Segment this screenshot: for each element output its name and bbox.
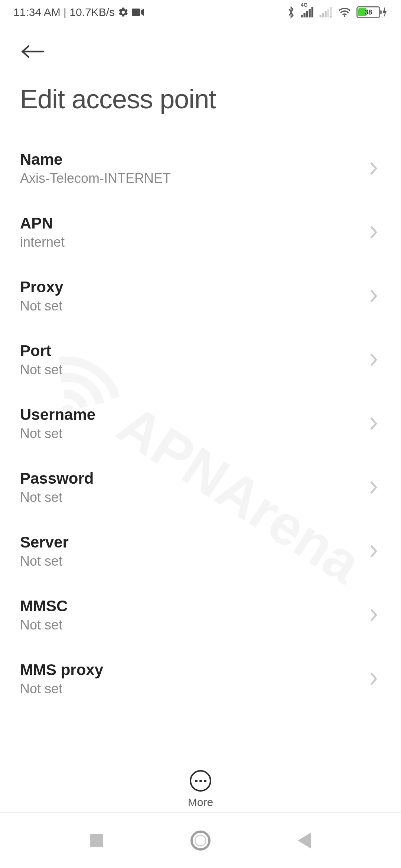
status-bar: 11:34 AM | 10.7KB/s 4G x 38 bbox=[0, 0, 401, 24]
chevron-right-icon bbox=[368, 415, 379, 432]
arrow-left-icon bbox=[20, 44, 45, 59]
chevron-right-icon bbox=[368, 607, 379, 623]
back-button[interactable] bbox=[20, 39, 45, 64]
chevron-right-icon bbox=[368, 288, 379, 304]
android-nav-bar bbox=[0, 812, 401, 868]
network-type-text: 4G bbox=[301, 2, 308, 8]
svg-rect-3 bbox=[306, 11, 308, 18]
setting-item-port[interactable]: Port Not set bbox=[20, 328, 381, 392]
status-left: 11:34 AM | 10.7KB/s bbox=[13, 6, 144, 19]
setting-item-apn[interactable]: APN internet bbox=[20, 200, 381, 264]
battery-icon: 38 bbox=[356, 6, 388, 18]
status-time: 11:34 AM | 10.7KB/s bbox=[13, 6, 115, 19]
setting-value: Axis-Telecom-INTERNET bbox=[20, 171, 171, 186]
battery-percent-text: 38 bbox=[358, 7, 379, 17]
setting-value: Not set bbox=[20, 617, 68, 633]
setting-item-proxy[interactable]: Proxy Not set bbox=[20, 264, 381, 328]
chevron-right-icon bbox=[368, 479, 379, 496]
setting-value: Not set bbox=[20, 298, 63, 314]
chevron-right-icon bbox=[368, 160, 379, 177]
setting-item-name[interactable]: Name Axis-Telecom-INTERNET bbox=[20, 137, 381, 200]
chevron-right-icon bbox=[368, 671, 379, 687]
chevron-right-icon bbox=[368, 352, 379, 368]
setting-item-mms-proxy[interactable]: MMS proxy Not set bbox=[20, 647, 381, 711]
signal-no-sim-icon: x bbox=[319, 7, 333, 17]
setting-label: Name bbox=[20, 151, 171, 168]
setting-label: Password bbox=[20, 470, 94, 487]
setting-label: APN bbox=[20, 214, 65, 232]
setting-label: MMSC bbox=[20, 597, 68, 615]
setting-value: Not set bbox=[20, 362, 62, 378]
page-title: Edit access point bbox=[0, 68, 401, 137]
setting-value: Not set bbox=[20, 553, 69, 569]
setting-label: Server bbox=[20, 533, 69, 551]
wifi-icon bbox=[338, 7, 351, 17]
more-action[interactable]: More bbox=[0, 763, 401, 809]
setting-item-password[interactable]: Password Not set bbox=[20, 456, 381, 519]
svg-rect-8 bbox=[325, 11, 327, 18]
gear-icon bbox=[118, 7, 129, 18]
header-back-area bbox=[0, 24, 401, 68]
nav-back-button[interactable] bbox=[293, 829, 316, 852]
setting-label: Proxy bbox=[20, 278, 63, 296]
data-rate-text: 10.7KB/s bbox=[69, 6, 115, 18]
svg-rect-5 bbox=[312, 7, 313, 17]
status-right: 4G x 38 bbox=[287, 6, 388, 19]
bluetooth-icon bbox=[287, 6, 296, 19]
setting-label: MMS proxy bbox=[20, 661, 103, 679]
square-icon bbox=[90, 834, 103, 847]
svg-rect-4 bbox=[309, 9, 311, 17]
setting-label: Username bbox=[20, 406, 95, 424]
svg-text:x: x bbox=[329, 14, 332, 18]
nav-recents-button[interactable] bbox=[85, 829, 108, 852]
setting-label: Port bbox=[20, 342, 62, 360]
svg-rect-1 bbox=[301, 15, 303, 17]
chevron-right-icon bbox=[368, 224, 379, 240]
svg-rect-7 bbox=[322, 13, 324, 17]
status-separator: | bbox=[61, 6, 69, 18]
setting-item-mmsc[interactable]: MMSC Not set bbox=[20, 583, 381, 647]
time-text: 11:34 AM bbox=[13, 6, 61, 18]
setting-value: Not set bbox=[20, 681, 103, 697]
camera-icon bbox=[132, 8, 144, 17]
more-label: More bbox=[188, 796, 213, 809]
triangle-left-icon bbox=[298, 832, 311, 849]
settings-list: Name Axis-Telecom-INTERNET APN internet … bbox=[0, 137, 401, 711]
signal-4g-icon: 4G bbox=[301, 7, 314, 17]
setting-value: Not set bbox=[20, 426, 95, 441]
svg-rect-0 bbox=[132, 9, 140, 16]
circle-icon bbox=[190, 831, 211, 851]
setting-value: internet bbox=[20, 234, 65, 250]
svg-rect-6 bbox=[320, 15, 322, 17]
svg-rect-2 bbox=[304, 13, 306, 17]
svg-point-12 bbox=[344, 15, 346, 17]
setting-item-server[interactable]: Server Not set bbox=[20, 519, 381, 583]
more-icon bbox=[190, 770, 211, 792]
nav-home-button[interactable] bbox=[189, 829, 212, 852]
setting-item-username[interactable]: Username Not set bbox=[20, 392, 381, 456]
setting-value: Not set bbox=[20, 490, 94, 505]
chevron-right-icon bbox=[368, 543, 379, 559]
